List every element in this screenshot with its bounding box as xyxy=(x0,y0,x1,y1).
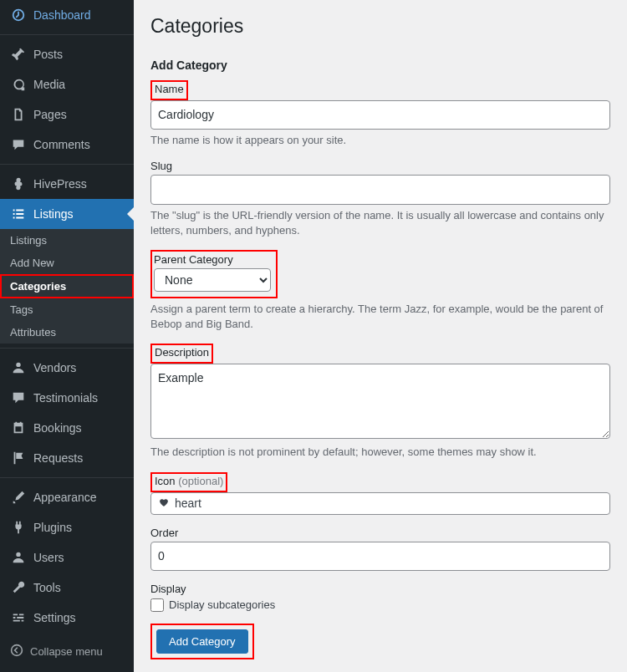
plug-icon xyxy=(10,519,27,536)
sidebar-item-listings[interactable]: Listings xyxy=(0,199,134,229)
order-input[interactable] xyxy=(150,542,610,571)
sidebar-item-testimonials[interactable]: Testimonials xyxy=(0,383,134,413)
form-heading: Add Category xyxy=(150,59,610,72)
page-icon xyxy=(10,106,27,123)
submenu-item-attributes[interactable]: Attributes xyxy=(0,321,134,344)
icon-select[interactable]: heart xyxy=(150,492,610,515)
display-subcategories-checkbox[interactable] xyxy=(150,598,164,612)
sidebar-item-media[interactable]: Media xyxy=(0,69,134,99)
user-icon xyxy=(10,549,27,566)
slug-field: Slug The "slug" is the URL-friendly vers… xyxy=(150,160,610,238)
icon-label: Icon (optional) xyxy=(155,475,223,487)
sidebar-item-label: Comments xyxy=(33,138,90,151)
calendar-icon xyxy=(10,420,27,436)
display-field: Display Display subcategories xyxy=(150,583,610,612)
parent-category-field: Parent Category None Assign a parent ter… xyxy=(150,250,610,332)
sidebar-item-label: Appearance xyxy=(33,491,97,504)
sidebar-item-settings[interactable]: Settings xyxy=(0,603,134,633)
slug-input[interactable] xyxy=(150,175,610,204)
sidebar-item-pages[interactable]: Pages xyxy=(0,99,134,130)
sidebar-item-plugins[interactable]: Plugins xyxy=(0,512,134,542)
flag-icon xyxy=(10,450,27,466)
sidebar-item-label: Vendors xyxy=(33,361,76,374)
sidebar-item-label: Users xyxy=(33,551,64,564)
submenu-item-tags[interactable]: Tags xyxy=(0,298,134,321)
parent-category-help: Assign a parent term to create a hierarc… xyxy=(150,302,610,332)
description-field: Description The description is not promi… xyxy=(150,344,610,460)
sidebar-item-label: Tools xyxy=(33,581,61,594)
sidebar-item-requests[interactable]: Requests xyxy=(0,443,134,473)
sidebar-item-label: Bookings xyxy=(33,421,82,435)
slug-label: Slug xyxy=(150,160,610,172)
submenu-item-categories[interactable]: Categories xyxy=(0,274,134,298)
parent-category-select[interactable]: None xyxy=(154,268,271,292)
collapse-icon xyxy=(10,644,23,659)
sidebar-item-label: HivePress xyxy=(33,177,87,191)
display-checkbox-label: Display subcategories xyxy=(169,598,275,611)
sidebar-item-users[interactable]: Users xyxy=(0,542,134,573)
parent-category-label: Parent Category xyxy=(154,253,271,266)
wrench-icon xyxy=(10,579,27,596)
sidebar-item-hivepress[interactable]: HivePress xyxy=(0,164,134,199)
name-input[interactable] xyxy=(150,100,610,130)
collapse-menu-button[interactable]: Collapse menu xyxy=(0,637,134,666)
collapse-label: Collapse menu xyxy=(30,645,103,658)
name-help: The name is how it appears on your site. xyxy=(150,133,610,148)
order-field: Order xyxy=(150,527,610,571)
pin-icon xyxy=(10,46,27,63)
sliders-icon xyxy=(10,609,27,626)
vendor-icon xyxy=(10,359,27,376)
sidebar-item-label: Media xyxy=(33,78,65,91)
sidebar-item-vendors[interactable]: Vendors xyxy=(0,348,134,383)
submit-highlight: Add Category xyxy=(150,624,254,659)
sidebar-item-label: Testimonials xyxy=(33,391,98,405)
heart-icon xyxy=(158,496,170,511)
submenu-item-add-new[interactable]: Add New xyxy=(0,252,134,274)
sidebar-item-posts[interactable]: Posts xyxy=(0,34,134,69)
list-icon xyxy=(10,206,27,222)
hivepress-icon xyxy=(10,176,27,192)
description-textarea[interactable] xyxy=(150,364,610,439)
sidebar-item-dashboard[interactable]: Dashboard xyxy=(0,0,134,30)
name-label: Name xyxy=(155,83,184,95)
sidebar-item-label: Listings xyxy=(33,207,73,221)
svg-point-0 xyxy=(12,645,23,656)
sidebar-item-label: Settings xyxy=(33,611,76,624)
order-label: Order xyxy=(150,527,610,539)
icon-value: heart xyxy=(175,496,201,510)
sidebar-item-appearance[interactable]: Appearance xyxy=(0,477,134,512)
listings-submenu: Listings Add New Categories Tags Attribu… xyxy=(0,229,134,344)
sidebar-item-bookings[interactable]: Bookings xyxy=(0,413,134,443)
brush-icon xyxy=(10,489,27,506)
add-category-button[interactable]: Add Category xyxy=(156,629,248,654)
sidebar-item-label: Dashboard xyxy=(33,8,91,22)
page-title: Categories xyxy=(150,15,610,38)
testimonials-icon xyxy=(10,389,27,406)
display-label: Display xyxy=(150,583,610,595)
dashboard-icon xyxy=(10,7,27,23)
description-help: The description is not prominent by defa… xyxy=(150,445,610,460)
sidebar-item-label: Plugins xyxy=(33,521,72,534)
media-icon xyxy=(10,76,27,93)
sidebar-item-comments[interactable]: Comments xyxy=(0,130,134,160)
sidebar-item-label: Requests xyxy=(33,451,83,465)
sidebar-item-label: Pages xyxy=(33,108,67,121)
sidebar-item-label: Posts xyxy=(33,48,63,61)
sidebar-item-tools[interactable]: Tools xyxy=(0,573,134,603)
main-content: Categories Add Category Name The name is… xyxy=(134,0,627,672)
active-arrow-icon xyxy=(127,207,134,221)
name-field: Name The name is how it appears on your … xyxy=(150,80,610,148)
admin-sidebar: Dashboard Posts Media Pages Comments Hiv… xyxy=(0,0,134,672)
icon-field: Icon (optional) heart xyxy=(150,472,610,515)
description-label: Description xyxy=(155,346,209,359)
slug-help: The "slug" is the URL-friendly version o… xyxy=(150,208,610,238)
comments-icon xyxy=(10,136,27,153)
submenu-item-listings[interactable]: Listings xyxy=(0,229,134,252)
